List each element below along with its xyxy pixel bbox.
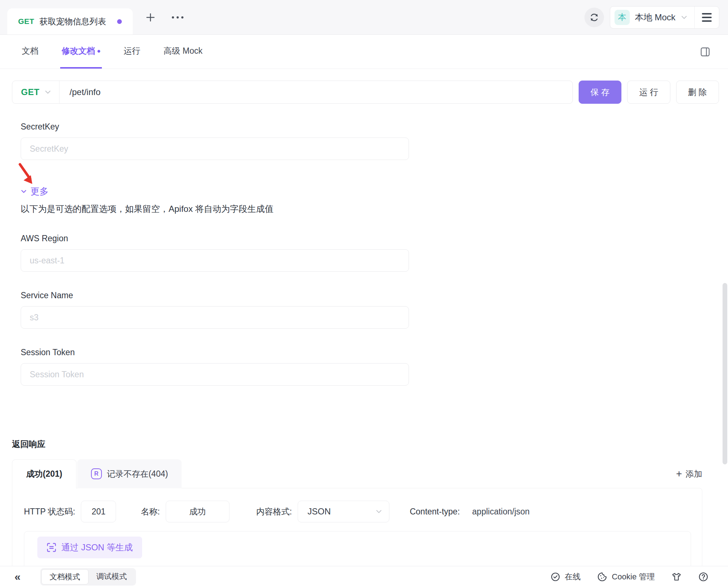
delete-button[interactable]: 删 除 — [676, 81, 719, 104]
help-icon — [698, 572, 708, 582]
tab-edit-doc-label: 修改文档 — [62, 45, 95, 57]
doc-tabs-nav: 文档 修改文档 • 运行 高级 Mock — [0, 35, 728, 69]
editor-content: GET 保 存 运 行 删 除 SecretKey 更多 以下为是可选的配置选项… — [0, 69, 728, 587]
aws-region-input[interactable] — [21, 249, 409, 272]
response-tab-success-label: 成功(201) — [26, 468, 62, 480]
local-env-icon: 本 — [615, 10, 630, 25]
generate-from-json-label: 通过 JSON 等生成 — [61, 542, 133, 553]
secretkey-input[interactable] — [21, 137, 409, 160]
secretkey-label: SecretKey — [21, 122, 719, 132]
response-name-input[interactable] — [166, 501, 229, 522]
response-tab-notfound-label: 记录不存在(404) — [107, 468, 168, 480]
response-tabs: 成功(201) R 记录不存在(404) + 添加 — [12, 459, 719, 488]
http-status-input[interactable] — [81, 501, 116, 522]
online-label: 在线 — [564, 571, 580, 582]
tab-doc[interactable]: 文档 — [20, 35, 40, 69]
method-select[interactable]: GET — [12, 81, 59, 103]
service-name-input[interactable] — [21, 306, 409, 329]
add-response-button[interactable]: + 添加 — [676, 468, 719, 480]
chevron-down-icon — [681, 14, 688, 21]
response-tab-success[interactable]: 成功(201) — [12, 459, 76, 488]
cookie-icon — [597, 572, 607, 582]
add-response-label: 添加 — [686, 468, 702, 480]
tab-advanced-mock-label: 高级 Mock — [164, 45, 202, 57]
environment-dropdown[interactable]: 本 本地 Mock — [610, 10, 694, 25]
chevron-down-icon — [375, 508, 382, 515]
content-format-select[interactable]: JSON — [298, 501, 389, 522]
tab-overflow-button[interactable] — [156, 16, 183, 19]
url-input[interactable] — [59, 81, 572, 103]
content-type-value: application/json — [472, 507, 530, 517]
unsaved-indicator-dot — [117, 19, 122, 24]
cookie-manager[interactable]: Cookie 管理 — [597, 571, 655, 582]
doc-mode-option[interactable]: 文档模式 — [41, 569, 88, 584]
generate-from-json-button[interactable]: 通过 JSON 等生成 — [37, 537, 142, 558]
refresh-icon — [590, 13, 599, 22]
environment-selector: 本 本地 Mock — [610, 6, 719, 29]
tab-edit-doc[interactable]: 修改文档 • — [60, 35, 102, 69]
collapse-sidebar-icon[interactable]: « — [15, 571, 20, 583]
theme-button[interactable] — [671, 572, 682, 582]
main-menu-button[interactable] — [695, 7, 719, 28]
service-name-label: Service Name — [21, 291, 719, 300]
online-status[interactable]: 在线 — [551, 571, 580, 582]
hamburger-icon — [702, 13, 712, 22]
plus-icon — [145, 12, 156, 23]
run-button[interactable]: 运 行 — [627, 81, 670, 104]
content-format-value: JSON — [307, 506, 331, 517]
status-bar: « 文档模式 调试模式 在线 Cookie 管理 — [0, 566, 728, 587]
environment-label: 本地 Mock — [635, 12, 675, 23]
check-circle-icon — [551, 572, 560, 582]
more-toggle[interactable]: 更多 — [21, 185, 93, 197]
method-value: GET — [21, 87, 40, 97]
aws-region-label: AWS Region — [21, 234, 719, 243]
refresh-button[interactable] — [584, 8, 604, 27]
debug-mode-option[interactable]: 调试模式 — [88, 569, 135, 584]
content-format-label: 内容格式: — [256, 506, 292, 517]
tab-run-label: 运行 — [124, 45, 140, 57]
response-tab-notfound[interactable]: R 记录不存在(404) — [77, 459, 182, 488]
window-tab-bar: GET 获取宠物信息列表 本 本地 Mock — [0, 0, 728, 35]
response-meta-row: HTTP 状态码: 名称: 内容格式: JSON Content-type: a… — [12, 488, 702, 522]
tab-run[interactable]: 运行 — [122, 35, 142, 69]
request-row: GET 保 存 运 行 删 除 — [12, 81, 719, 104]
optional-config-hint: 以下为是可选的配置选项，如果留空，Apifox 将自动为字段生成值 — [21, 203, 719, 215]
url-bar: GET — [12, 81, 573, 104]
chevron-down-icon — [21, 188, 27, 194]
response-section-title: 返回响应 — [12, 439, 719, 450]
cookie-manager-label: Cookie 管理 — [612, 571, 655, 582]
new-tab-button[interactable] — [145, 12, 156, 23]
r-badge-icon: R — [91, 468, 102, 479]
generate-icon — [47, 543, 56, 552]
content-type-label: Content-type: — [410, 507, 460, 517]
chevron-down-icon — [44, 88, 52, 96]
red-arrow-annotation — [16, 161, 39, 187]
http-status-label: HTTP 状态码: — [24, 506, 75, 517]
response-name-label: 名称: — [141, 506, 160, 517]
split-view-icon — [700, 46, 711, 57]
plus-icon: + — [676, 469, 682, 479]
vertical-scrollbar[interactable] — [723, 283, 727, 464]
request-file-tab[interactable]: GET 获取宠物信息列表 — [7, 8, 133, 34]
tab-advanced-mock[interactable]: 高级 Mock — [162, 35, 204, 69]
method-badge: GET — [18, 17, 34, 26]
tab-doc-label: 文档 — [22, 45, 38, 57]
session-token-label: Session Token — [21, 348, 719, 357]
save-button[interactable]: 保 存 — [579, 81, 621, 104]
mode-switcher: 文档模式 调试模式 — [40, 568, 136, 586]
split-view-button[interactable] — [700, 46, 711, 57]
ellipsis-icon — [172, 16, 183, 19]
request-title: 获取宠物信息列表 — [40, 16, 106, 27]
tshirt-icon — [671, 572, 682, 582]
session-token-input[interactable] — [21, 363, 409, 386]
help-button[interactable] — [698, 572, 708, 582]
more-link-label: 更多 — [30, 185, 49, 197]
